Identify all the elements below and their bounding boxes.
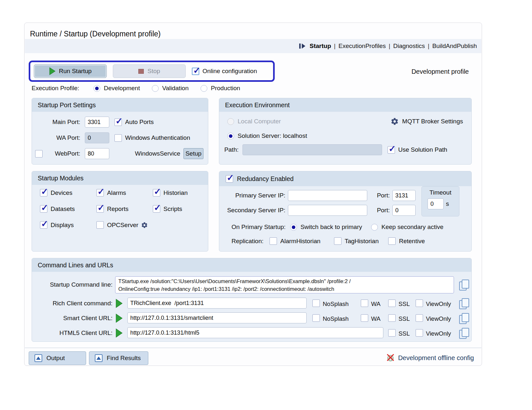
webport-input[interactable] <box>85 148 109 159</box>
rich-client-label: Rich Client command: <box>32 300 113 307</box>
smart-viewonly-label: ViewOnly <box>426 315 451 322</box>
html5-ssl-checkbox[interactable] <box>388 329 396 337</box>
keep-secondary-radio[interactable] <box>371 224 378 231</box>
startup-port-settings-header: Startup Port Settings <box>32 98 208 112</box>
rich-nosplash-label: NoSplash <box>323 300 349 308</box>
stop-button[interactable]: Stop <box>113 64 186 78</box>
devices-checkbox[interactable] <box>40 189 47 196</box>
startup-modules-panel: Startup Modules Devices Alarms Historian <box>32 171 208 252</box>
windows-service-setup-button[interactable]: Setup <box>183 148 203 159</box>
offline-status-label: Development offline config <box>398 354 474 362</box>
online-configuration-checkbox[interactable] <box>192 68 199 75</box>
smart-client-play-icon[interactable] <box>115 314 123 323</box>
on-primary-startup-row: On Primary Startup: Switch back to prima… <box>232 224 471 231</box>
profile-option-validation: Validation <box>152 85 189 92</box>
rich-client-row: Rich Client command: NoSplash WA SSL Vie… <box>32 298 471 309</box>
devices-label: Devices <box>51 189 73 196</box>
alarms-checkbox[interactable] <box>96 189 104 196</box>
auto-ports-label: Auto Ports <box>125 119 154 126</box>
retentive-checkbox[interactable] <box>388 237 396 245</box>
rich-nosplash-checkbox[interactable] <box>312 300 320 307</box>
expand-up-icon <box>95 354 103 362</box>
secondary-port-input[interactable] <box>392 205 416 216</box>
primary-server-ip-input[interactable] <box>288 190 367 201</box>
rich-ssl-checkbox[interactable] <box>388 300 396 307</box>
opcserver-gear-icon[interactable] <box>141 222 148 229</box>
alarmhistorian-checkbox[interactable] <box>270 237 277 245</box>
development-label: Development <box>104 85 140 92</box>
taghistorian-checkbox[interactable] <box>334 237 341 245</box>
rich-viewonly-checkbox[interactable] <box>416 300 423 307</box>
displays-checkbox[interactable] <box>40 221 47 229</box>
wa-port-row: WA Port: Windows Authentication <box>35 132 203 143</box>
rich-wa-checkbox[interactable] <box>361 300 368 307</box>
windows-authentication-checkbox[interactable] <box>114 134 122 142</box>
primary-port-input[interactable] <box>392 190 416 201</box>
copy-icon[interactable] <box>459 313 469 323</box>
development-radio[interactable] <box>94 85 100 92</box>
smart-client-url-input[interactable] <box>127 312 307 323</box>
html5-client-play-icon[interactable] <box>115 329 123 338</box>
timeout-input[interactable] <box>428 198 444 209</box>
production-radio[interactable] <box>201 85 207 92</box>
datasets-checkbox[interactable] <box>40 205 47 213</box>
production-label: Production <box>211 85 240 92</box>
taghistorian-label: TagHistorian <box>345 238 379 245</box>
redundancy-enabled-checkbox[interactable] <box>226 175 233 183</box>
switch-back-label: Switch back to primary <box>300 224 362 231</box>
smart-wa-checkbox[interactable] <box>361 314 368 322</box>
module-reports: Reports <box>96 205 153 213</box>
execution-profile-label: Execution Profile: <box>32 85 94 92</box>
output-button-label: Output <box>46 355 65 362</box>
auto-ports-checkbox[interactable] <box>114 119 122 126</box>
run-startup-button[interactable]: Run Startup <box>34 64 107 78</box>
html5-client-url-input[interactable] <box>127 327 383 338</box>
execution-environment-header: Execution Environment <box>219 98 471 112</box>
rich-client-play-icon[interactable] <box>115 299 123 308</box>
webport-checkbox[interactable] <box>35 150 43 157</box>
module-devices: Devices <box>40 189 96 196</box>
scripts-checkbox[interactable] <box>153 205 160 213</box>
startup-nav-icon <box>299 43 306 49</box>
copy-icon[interactable] <box>459 280 469 290</box>
expand-up-icon <box>34 354 42 362</box>
output-button[interactable]: Output <box>29 351 86 365</box>
copy-icon[interactable] <box>459 328 469 338</box>
breadcrumb-diagnostics[interactable]: Diagnostics <box>393 43 425 50</box>
switch-back-radio[interactable] <box>290 224 297 231</box>
mqtt-broker-settings[interactable]: MQTT Broker Settings <box>390 117 463 126</box>
smart-ssl-checkbox[interactable] <box>388 314 396 322</box>
windows-authentication-label: Windows Authentication <box>125 134 190 141</box>
online-configuration-label: Online configuration <box>202 68 257 75</box>
smart-viewonly-checkbox[interactable] <box>416 314 423 322</box>
secondary-server-ip-label: Secondary Server IP: <box>219 207 285 214</box>
validation-radio[interactable] <box>152 85 159 92</box>
module-datasets: Datasets <box>40 205 96 213</box>
replication-label: Replication: <box>232 238 263 245</box>
historian-checkbox[interactable] <box>153 189 160 196</box>
gear-icon <box>390 117 399 126</box>
execution-profile-row: Execution Profile: Development Validatio… <box>32 85 252 92</box>
smart-nosplash-checkbox[interactable] <box>312 314 320 322</box>
html5-viewonly-label: ViewOnly <box>426 330 451 337</box>
html5-client-label: HTML5 Client URL: <box>32 329 113 337</box>
rich-client-command-input[interactable] <box>127 298 307 309</box>
main-port-row: Main Port: Auto Ports <box>35 117 203 128</box>
breadcrumb-buildandpublish[interactable]: BuildAndPublish <box>432 43 477 50</box>
breadcrumb-startup[interactable]: Startup <box>310 43 331 50</box>
copy-icon[interactable] <box>459 298 469 309</box>
reports-checkbox[interactable] <box>96 205 104 213</box>
use-solution-path-checkbox[interactable] <box>388 146 395 154</box>
secondary-server-ip-input[interactable] <box>288 205 367 216</box>
find-results-button[interactable]: Find Results <box>89 351 148 365</box>
offline-status: Development offline config <box>386 353 474 362</box>
breadcrumb-executionprofiles[interactable]: ExecutionProfiles <box>339 43 386 50</box>
startup-command-input[interactable]: TStartup.exe /solution:"C:\Users\User\Do… <box>115 276 454 293</box>
profile-option-development: Development <box>94 85 140 92</box>
main-port-input[interactable] <box>85 117 109 128</box>
html5-client-row: HTML5 Client URL: SSL ViewOnly <box>32 327 471 339</box>
opcserver-checkbox[interactable] <box>96 221 104 229</box>
solution-server-radio[interactable] <box>227 133 234 139</box>
wa-port-label: WA Port: <box>35 134 80 141</box>
html5-viewonly-checkbox[interactable] <box>416 329 423 337</box>
